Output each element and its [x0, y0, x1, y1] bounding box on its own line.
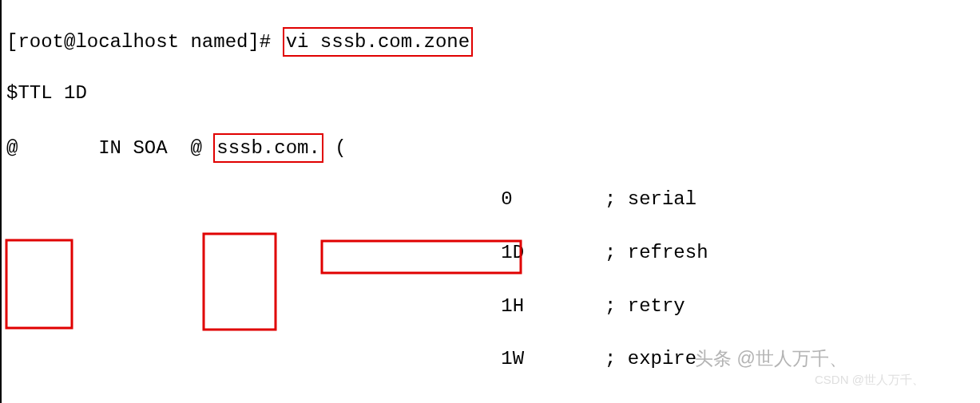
terminal-output: [root@localhost named]# vi sssb.com.zone…	[0, 0, 980, 403]
command-text: vi sssb.com.zone	[286, 31, 470, 53]
soa-domain: sssb.com.	[216, 137, 320, 159]
param-val-0: 0	[501, 188, 569, 210]
prompt-line: [root@localhost named]# vi sssb.com.zone	[6, 27, 980, 53]
ttl-text: $TTL 1D	[6, 82, 87, 104]
param-val-2: 1H	[501, 295, 569, 317]
param-val-1: 1D	[501, 242, 569, 263]
param-comment-2: ; retry	[605, 295, 685, 317]
left-divider	[0, 0, 2, 403]
soa-domain-box: sssb.com.	[213, 133, 323, 164]
param-refresh: 1D ; refresh	[6, 239, 980, 266]
param-comment-0: ; serial	[605, 188, 696, 210]
param-serial: 0 ; serial	[6, 186, 980, 212]
command-box: vi sssb.com.zone	[283, 27, 473, 57]
soa-open: (	[323, 137, 347, 159]
param-comment-3: ; expire	[605, 348, 696, 369]
param-minimum: 3H ) ; minimum	[6, 399, 980, 403]
param-expire: 1W ; expire	[6, 346, 980, 372]
param-comment-1: ; refresh	[605, 242, 708, 263]
soa-line: @ IN SOA @ sssb.com. (	[6, 133, 980, 160]
ttl-line: $TTL 1D	[6, 80, 980, 106]
param-val-3: 1W	[501, 348, 569, 369]
shell-prompt: [root@localhost named]#	[6, 31, 283, 53]
param-retry: 1H ; retry	[6, 293, 980, 319]
soa-prefix: @ IN SOA @	[6, 137, 213, 159]
